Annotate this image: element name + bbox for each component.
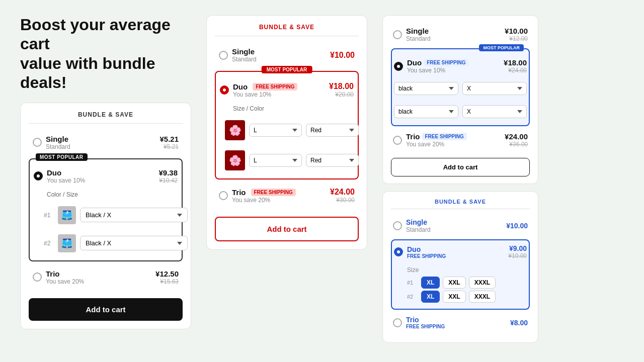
left-single-row[interactable]: Single Standard ¥5.21 ¥5.21 bbox=[29, 130, 183, 155]
right-top-single-name: Single bbox=[406, 27, 501, 35]
right-top-trio-sub: You save 20% bbox=[406, 141, 501, 148]
right-top-duo-dropdowns1: blackwhitered XSML bbox=[394, 82, 527, 95]
right-bottom-size1-num: #1 bbox=[407, 280, 418, 286]
mid-trio-row[interactable]: Trio FREE SHIPPING You save 20% ¥24.00 ¥… bbox=[215, 183, 359, 209]
right-bottom-duo-name: Duo bbox=[407, 245, 504, 253]
right-top-trio-radio[interactable] bbox=[393, 136, 402, 145]
right-bottom-trio-row[interactable]: Trio FREE SHIPPING ¥8.00 bbox=[391, 312, 530, 333]
right-bottom-single-name: Single bbox=[406, 218, 502, 226]
right-section: Single Standard ¥10.00 ¥12.00 MOST POPUL… bbox=[382, 15, 538, 343]
mid-card-title: BUNDLE & SAVE bbox=[215, 24, 359, 36]
left-variant2-img: 🩳 bbox=[58, 234, 76, 252]
left-duo-variant2: #2 🩳 Black / XBlack / SWhite / X bbox=[44, 234, 188, 252]
right-top-duo-price: ¥18.00 bbox=[504, 58, 527, 67]
left-duo-radio[interactable] bbox=[34, 171, 43, 180]
left-trio-radio[interactable] bbox=[33, 273, 42, 282]
right-top-single-orig: ¥12.00 bbox=[505, 35, 528, 42]
mid-single-sub: Standard bbox=[232, 56, 326, 63]
right-bottom-size2-xxl[interactable]: XXL bbox=[443, 291, 465, 303]
left-duo-row[interactable]: MOST POPULAR Duo You save 10% ¥9.38 ¥10.… bbox=[29, 158, 183, 261]
right-top-trio-row[interactable]: Trio FREE SHIPPING You save 20% ¥24.00 ¥… bbox=[391, 128, 530, 152]
left-duo-variant1: #1 🩳 Black / XBlack / SWhite / X bbox=[44, 206, 188, 224]
headline: Boost your average cart value with bundl… bbox=[20, 15, 191, 93]
left-trio-row[interactable]: Trio You save 20% ¥12.50 ¥15.63 bbox=[29, 264, 183, 290]
right-bottom-trio-radio[interactable] bbox=[393, 318, 402, 327]
mid-trio-free-ship: FREE SHIPPING bbox=[251, 189, 296, 196]
left-trio-name: Trio bbox=[46, 269, 151, 278]
mid-duo-price: ¥18.00 bbox=[329, 82, 354, 91]
left-add-to-cart-button[interactable]: Add to cart bbox=[29, 298, 183, 321]
right-bottom-duo-row[interactable]: Duo FREE SHIPPING ¥9.00 ¥10.00 Size #1 X… bbox=[391, 239, 530, 310]
right-bottom-duo-size-row1: #1 XL XXL XXXL bbox=[407, 277, 527, 289]
left-duo-name: Duo bbox=[47, 168, 154, 177]
right-bottom-size2-xxxl[interactable]: XXXL bbox=[469, 291, 496, 303]
mid-duo-name: Duo bbox=[233, 82, 248, 91]
left-single-name: Single bbox=[46, 135, 155, 143]
left-variant2-select[interactable]: Black / XBlack / SWhite / X bbox=[80, 236, 188, 250]
right-top-duo-radio[interactable] bbox=[394, 62, 403, 71]
mid-trio-name: Trio bbox=[232, 188, 246, 197]
left-trio-sub: You save 20% bbox=[46, 278, 151, 285]
mid-single-row[interactable]: Single Standard ¥10.00 bbox=[215, 42, 359, 68]
left-duo-sub: You save 10% bbox=[47, 177, 154, 184]
right-top-duo-row[interactable]: MOST POPULAR Duo FREE SHIPPING You save … bbox=[391, 48, 530, 126]
mid-variant2-size[interactable]: LMSXL bbox=[249, 154, 302, 167]
left-bundle-card: BUNDLE & SAVE Single Standard ¥5.21 ¥5.2… bbox=[20, 103, 191, 329]
right-top-row1-color[interactable]: blackwhitered bbox=[394, 82, 458, 95]
right-bottom-card-title: BUNDLE & SAVE bbox=[391, 199, 530, 209]
right-top-row2-size[interactable]: XSML bbox=[462, 105, 527, 118]
left-variant1-img: 🩳 bbox=[58, 206, 76, 224]
right-top-single-price: ¥10.00 bbox=[505, 27, 528, 35]
mid-variant1-size[interactable]: LMSXL bbox=[249, 124, 302, 137]
right-bottom-size1-xl[interactable]: XL bbox=[421, 277, 440, 289]
right-top-trio-name: Trio bbox=[406, 132, 420, 141]
left-section: Boost your average cart value with bundl… bbox=[20, 15, 191, 329]
mid-variant1-color[interactable]: RedBlueBlack bbox=[306, 124, 359, 137]
left-duo-color-size-label: Color / Size bbox=[47, 191, 78, 198]
right-bottom-duo-radio[interactable] bbox=[394, 247, 403, 256]
mid-single-radio[interactable] bbox=[219, 51, 228, 60]
right-bottom-single-radio[interactable] bbox=[393, 221, 402, 230]
mid-trio-price: ¥24.00 bbox=[330, 188, 355, 197]
left-single-radio[interactable] bbox=[33, 138, 42, 147]
mid-duo-radio[interactable] bbox=[220, 85, 229, 95]
right-bottom-duo-free-ship: FREE SHIPPING bbox=[407, 253, 504, 259]
right-bottom-size1-xxl[interactable]: XXL bbox=[443, 277, 465, 289]
mid-duo-row[interactable]: MOST POPULAR Duo FREE SHIPPING You save … bbox=[215, 71, 359, 179]
right-top-card: Single Standard ¥10.00 ¥12.00 MOST POPUL… bbox=[382, 15, 538, 184]
mid-bundle-card: BUNDLE & SAVE Single Standard ¥10.00 MOS… bbox=[206, 15, 367, 250]
right-bottom-single-row[interactable]: Single Standard ¥10.00 bbox=[391, 214, 530, 237]
right-top-duo-dropdowns2: blackwhitered XSML bbox=[394, 105, 527, 118]
left-single-orig: ¥5.21 bbox=[159, 143, 179, 150]
right-top-add-to-cart-button[interactable]: Add to cart bbox=[391, 158, 530, 176]
mid-trio-sub: You save 20% bbox=[232, 197, 326, 204]
right-top-row1-size[interactable]: XSML bbox=[462, 82, 527, 95]
left-variant1-select[interactable]: Black / XBlack / SWhite / X bbox=[80, 208, 188, 222]
right-top-single-radio[interactable] bbox=[393, 30, 402, 39]
left-card-title: BUNDLE & SAVE bbox=[29, 111, 183, 124]
mid-trio-radio[interactable] bbox=[219, 191, 228, 200]
mid-single-name: Single bbox=[232, 47, 326, 56]
right-bottom-trio-price: ¥8.00 bbox=[510, 319, 528, 327]
right-top-trio-free-ship: FREE SHIPPING bbox=[422, 133, 467, 140]
right-bottom-single-sub: Standard bbox=[406, 226, 502, 233]
right-top-single-row[interactable]: Single Standard ¥10.00 ¥12.00 bbox=[391, 23, 530, 46]
left-trio-price: ¥12.50 bbox=[155, 269, 179, 278]
left-variant1-num: #1 bbox=[44, 212, 54, 219]
right-bottom-size2-num: #2 bbox=[407, 294, 418, 300]
mid-duo-size-color-label: Size / Color bbox=[233, 105, 264, 112]
mid-variant2-color[interactable]: RedBlueBlack bbox=[306, 154, 359, 167]
mid-section: BUNDLE & SAVE Single Standard ¥10.00 MOS… bbox=[206, 15, 367, 250]
right-bottom-size1-xxxl[interactable]: XXXL bbox=[469, 277, 496, 289]
mid-variant2-img: 🌸 bbox=[225, 150, 245, 170]
mid-variant1-img: 🌸 bbox=[225, 120, 245, 140]
right-bottom-size2-xl[interactable]: XL bbox=[421, 291, 440, 303]
right-top-trio-price: ¥24.00 bbox=[505, 132, 528, 141]
left-duo-badge: MOST POPULAR bbox=[36, 153, 88, 161]
right-top-row2-color[interactable]: blackwhitered bbox=[394, 105, 458, 118]
right-top-duo-name: Duo bbox=[407, 58, 422, 67]
mid-duo-orig: ¥20.00 bbox=[329, 91, 354, 98]
left-variant2-num: #2 bbox=[44, 240, 54, 247]
mid-add-to-cart-button[interactable]: Add to cart bbox=[215, 217, 359, 241]
right-bottom-card: BUNDLE & SAVE Single Standard ¥10.00 Duo… bbox=[382, 191, 538, 343]
